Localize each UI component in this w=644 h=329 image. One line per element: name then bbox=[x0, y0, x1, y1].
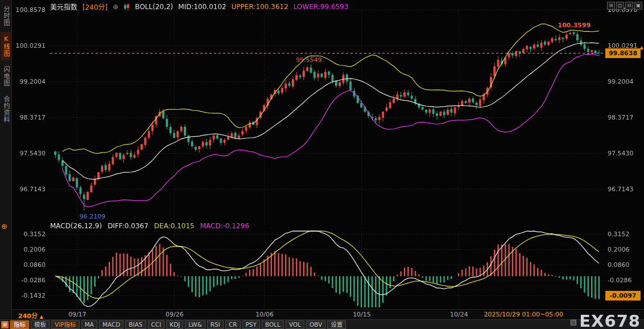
x-axis-date: 09/17 bbox=[68, 311, 86, 318]
settings-button[interactable]: 设置 bbox=[327, 320, 346, 329]
macd-dea-value: DEA:0.1015 bbox=[154, 222, 195, 230]
indicator-button[interactable]: RSI bbox=[207, 320, 224, 329]
chart-layout-icon[interactable]: ◫ bbox=[616, 2, 624, 10]
boll-upper-value: UPPER:100.3612 bbox=[232, 3, 288, 11]
boll-lower-value: LOWER:99.6593 bbox=[294, 3, 349, 11]
brand-logo-icon: ▤ bbox=[570, 315, 577, 329]
x-axis-date: 10/24 bbox=[450, 311, 468, 318]
period-selector[interactable]: 240分 ▲ bbox=[18, 311, 43, 320]
indicator-button[interactable]: OBV bbox=[306, 320, 325, 329]
indicator-button[interactable]: BOLL bbox=[262, 320, 284, 329]
period-badge[interactable]: [240分] bbox=[82, 2, 108, 11]
boll-label: BOLL(20,2) bbox=[135, 3, 173, 11]
trading-terminal: 分时图 K线图 闪电图 合约资料 ⊕ 美元指数 [240分] ⊕ BOLL(20… bbox=[0, 0, 644, 329]
last-candle-time: 2025/10/29 01:00~05:00 bbox=[484, 311, 563, 318]
sidebar-item-flash-chart[interactable]: 闪电图 bbox=[1, 63, 11, 90]
time-axis-strip: 240分 ▲ 2025/10/29 01:00~05:00 09/1709/26… bbox=[11, 309, 644, 320]
sidebar-item-timeline-chart[interactable]: 分时图 bbox=[1, 2, 11, 30]
last-price-tag: 99.8638 bbox=[605, 48, 641, 58]
tab-vip-indicators[interactable]: VIP指标 bbox=[51, 320, 80, 329]
indicator-button[interactable]: PSY bbox=[242, 320, 260, 329]
indicator-button[interactable]: VOL bbox=[286, 320, 304, 329]
chart-layout-icon[interactable]: ⊞ bbox=[607, 2, 615, 10]
chart-header: 美元指数 [240分] ⊕ BOLL(20,2) MID:100.0102 UP… bbox=[50, 2, 349, 11]
indicator-button[interactable]: BIAS bbox=[125, 320, 146, 329]
boll-mid-value: MID:100.0102 bbox=[178, 3, 226, 11]
indicator-button[interactable]: MACD bbox=[99, 320, 123, 329]
indicator-button[interactable]: CR bbox=[225, 320, 241, 329]
chart-layout-icons: ⊞◫⊟▣ bbox=[607, 2, 642, 10]
candlestick-chart-canvas[interactable] bbox=[0, 0, 644, 329]
indicator-button[interactable]: MA bbox=[81, 320, 97, 329]
price-up-arrow-icon: ▲ bbox=[640, 45, 643, 50]
left-sidebar: 分时图 K线图 闪电图 合约资料 bbox=[0, 0, 12, 329]
x-axis-date: 10/15 bbox=[353, 311, 371, 318]
tab-indicators[interactable]: 指标 bbox=[10, 320, 29, 329]
indicator-button[interactable]: LW& bbox=[185, 320, 205, 329]
sidebar-item-candlestick-chart[interactable]: K线图 bbox=[1, 32, 11, 60]
macd-hist-value: MACD:-0.1296 bbox=[200, 222, 249, 230]
expand-icon[interactable]: ⊕ bbox=[113, 3, 118, 11]
sidebar-item-contract-info[interactable]: 合约资料 bbox=[1, 92, 11, 126]
brand-watermark-text: EX678 bbox=[579, 313, 641, 329]
macd-value-tag: -0.0097 bbox=[605, 291, 641, 301]
chart-layout-icon[interactable]: ▣ bbox=[634, 2, 642, 10]
macd-label: MACD(26,12,9) bbox=[50, 222, 102, 230]
chevron-up-icon: ▲ bbox=[40, 314, 43, 319]
candlestick-icon bbox=[123, 3, 130, 10]
macd-header: MACD(26,12,9) DIFF:0.0367 DEA:0.1015 MAC… bbox=[50, 222, 249, 230]
tab-templates[interactable]: 模板 bbox=[31, 320, 49, 329]
indicator-menu-icon[interactable]: ⊞ bbox=[1, 321, 9, 328]
x-axis-date: 09/26 bbox=[166, 311, 184, 318]
indicator-toolbar: ⊞ 指标 模板 VIP指标 MAMACDBIASCCIKDJLW&RSICRPS… bbox=[0, 319, 644, 329]
indicator-button[interactable]: KDJ bbox=[166, 320, 183, 329]
symbol-name: 美元指数 bbox=[50, 2, 77, 11]
add-indicator-icon[interactable]: ⊕ bbox=[1, 222, 7, 231]
macd-diff-value: DIFF:0.0367 bbox=[108, 222, 148, 230]
brand-watermark: ▤ EX678 bbox=[570, 313, 641, 329]
chart-layout-icon[interactable]: ⊟ bbox=[625, 2, 633, 10]
indicator-button[interactable]: CCI bbox=[148, 320, 165, 329]
x-axis-date: 10/06 bbox=[255, 311, 274, 318]
indicator-buttons: MAMACDBIASCCIKDJLW&RSICRPSYBOLLVOLOBV bbox=[81, 320, 326, 329]
